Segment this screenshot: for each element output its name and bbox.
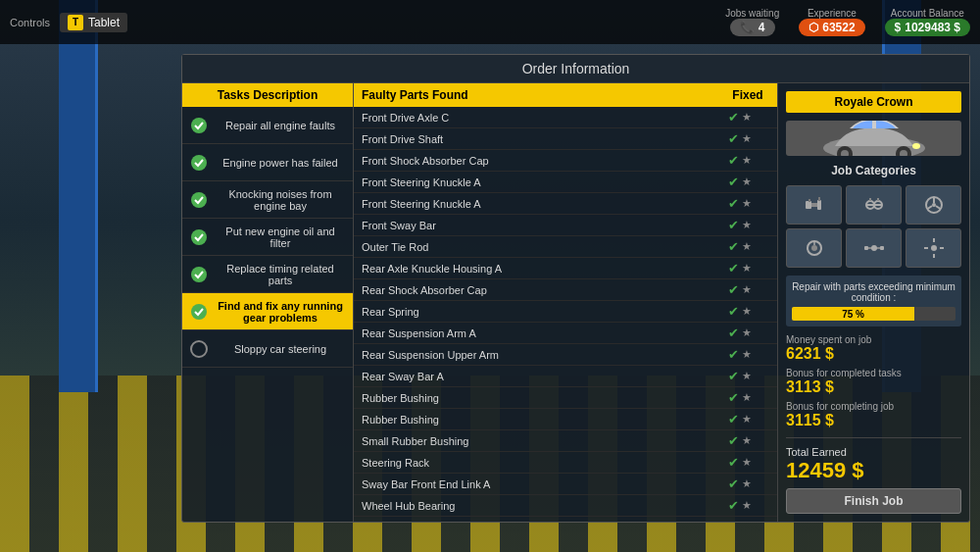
task-text: Knocking noises from engine bay: [216, 188, 345, 212]
money-section: Money spent on job 6231 $ Bonus for comp…: [786, 334, 961, 514]
part-name: Front Steering Knuckle A: [362, 176, 710, 188]
task-item[interactable]: Engine power has failed: [182, 144, 353, 181]
fixed-check-icon: ✔: [728, 390, 739, 405]
star-icon: ★: [742, 413, 752, 426]
part-item: Rear Spring ✔ ★: [354, 301, 777, 323]
star-icon: ★: [742, 111, 752, 124]
task-check: [190, 266, 208, 283]
star-icon: ★: [742, 219, 752, 231]
tasks-list: Repair all engine faults Engine power ha…: [182, 107, 353, 522]
part-status-icons: ✔ ★: [710, 282, 769, 297]
part-status-icons: ✔ ★: [710, 218, 769, 232]
finish-job-button[interactable]: Finish Job: [786, 488, 961, 514]
fixed-check-icon: ✔: [728, 455, 739, 470]
divider: [786, 437, 961, 438]
condition-bar-fill: 75 %: [792, 307, 914, 321]
part-item: Front Steering Knuckle A ✔ ★: [354, 193, 777, 215]
left-pillar: [59, 0, 98, 392]
part-item: Rear Suspension Upper Arm ✔ ★: [354, 344, 777, 366]
svg-rect-13: [806, 201, 811, 209]
task-item[interactable]: Repair all engine faults: [182, 107, 353, 144]
part-item: Steering Rack ✔ ★: [354, 452, 777, 474]
part-item: Rear Suspension Arm A ✔ ★: [354, 323, 777, 344]
category-drivetrain-icon: [846, 228, 902, 268]
part-item: Wheel Hub Bearing ✔ ★: [354, 495, 777, 517]
jobs-count-badge: 📞 4: [730, 19, 775, 36]
task-check: [190, 303, 208, 321]
bonus-tasks-row: Bonus for completed tasks 3113 $: [786, 368, 961, 396]
svg-point-1: [191, 155, 207, 171]
task-item[interactable]: Sloppy car steering: [182, 330, 353, 368]
task-check-icon: [190, 228, 208, 246]
job-categories: [786, 185, 961, 268]
parts-column: Faulty Parts Found Fixed Front Drive Axl…: [354, 83, 778, 522]
part-item: Rear Axle Knuckle Housing A ✔ ★: [354, 258, 777, 279]
part-status-icons: ✔ ★: [710, 326, 769, 340]
svg-rect-17: [818, 197, 820, 201]
svg-rect-32: [880, 246, 884, 250]
bonus-tasks-label: Bonus for completed tasks: [786, 368, 961, 378]
fixed-check-icon: ✔: [728, 110, 739, 125]
main-panel: Order Information Tasks Description Repa…: [181, 54, 970, 523]
tablet-button[interactable]: T Tablet: [60, 13, 127, 32]
fixed-check-icon: ✔: [728, 131, 739, 146]
svg-point-4: [191, 267, 207, 282]
task-text: Find and fix any running gear problems: [216, 300, 345, 324]
fixed-check-icon: ✔: [728, 433, 739, 448]
svg-point-3: [191, 229, 207, 245]
part-item: Small Rubber Bushing ✔ ★: [354, 430, 777, 452]
part-item: Front Steering Knuckle A ✔ ★: [354, 172, 777, 193]
star-icon: ★: [742, 197, 752, 210]
task-item[interactable]: Find and fix any running gear problems: [182, 293, 353, 330]
star-icon: ★: [742, 176, 752, 188]
task-item[interactable]: Replace timing related parts: [182, 256, 353, 293]
jobs-waiting-group: Jobs waiting 📞 4: [725, 8, 779, 36]
svg-rect-15: [817, 200, 821, 210]
panel-content: Tasks Description Repair all engine faul…: [182, 83, 969, 522]
task-check: [190, 228, 208, 246]
task-item[interactable]: Knocking noises from engine bay: [182, 181, 353, 219]
part-status-icons: ✔ ★: [710, 261, 769, 276]
fixed-check-icon: ✔: [728, 196, 739, 211]
part-name: Sway Bar Front End Link A: [362, 478, 710, 490]
task-text: Sloppy car steering: [216, 343, 345, 355]
task-check-icon: [190, 191, 208, 209]
part-status-icons: ✔ ★: [710, 153, 769, 168]
star-icon: ★: [742, 283, 752, 296]
parts-header: Faulty Parts Found Fixed: [354, 83, 777, 107]
task-text: Replace timing related parts: [216, 263, 345, 286]
star-icon: ★: [742, 370, 752, 382]
part-name: Steering Rack: [362, 457, 710, 469]
category-steering-icon: [906, 185, 961, 225]
part-status-icons: ✔ ★: [710, 433, 769, 448]
star-icon: ★: [742, 499, 752, 512]
part-item: Front Drive Shaft ✔ ★: [354, 128, 777, 150]
account-balance-label: Account Balance: [891, 8, 964, 19]
tablet-key: T: [68, 15, 83, 30]
task-check-icon: [190, 117, 208, 134]
star-icon: ★: [742, 305, 752, 318]
svg-point-34: [871, 245, 877, 251]
part-status-icons: ✔ ★: [710, 369, 769, 383]
svg-point-5: [191, 304, 207, 320]
tasks-column: Tasks Description Repair all engine faul…: [182, 83, 354, 522]
task-check-icon: [190, 266, 208, 283]
part-status-icons: ✔ ★: [710, 304, 769, 319]
fixed-check-icon: ✔: [728, 369, 739, 383]
task-check-icon: [190, 303, 208, 321]
star-icon: ★: [742, 132, 752, 145]
part-item: Rear Sway Bar A ✔ ★: [354, 366, 777, 387]
star-icon: ★: [742, 456, 752, 469]
info-column: Royale Crown: [778, 83, 969, 522]
jobs-waiting-label: Jobs waiting: [725, 8, 779, 19]
task-check-icon: [190, 340, 208, 358]
task-item[interactable]: Put new engine oil and filter: [182, 219, 353, 256]
task-text: Engine power has failed: [216, 157, 345, 169]
svg-rect-16: [808, 199, 810, 202]
money-badge: $ 1029483 $: [885, 19, 970, 36]
car-svg: [815, 121, 933, 156]
star-icon: ★: [742, 326, 752, 339]
part-name: Rear Shock Absorber Cap: [362, 284, 710, 296]
svg-point-2: [191, 192, 207, 208]
svg-point-35: [931, 245, 937, 251]
